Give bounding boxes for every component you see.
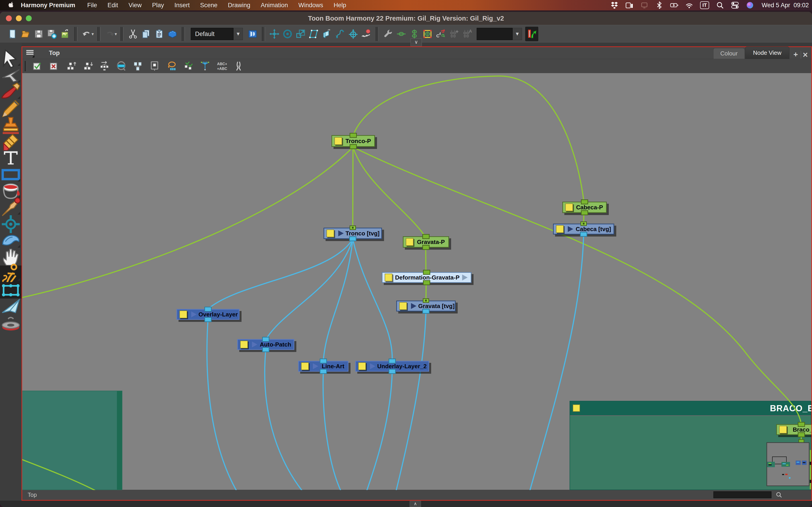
input-port[interactable]: [798, 422, 805, 427]
menu-help[interactable]: Help: [328, 2, 351, 9]
wifi-icon[interactable]: [685, 1, 693, 9]
menu-scene[interactable]: Scene: [195, 2, 223, 9]
cut-button[interactable]: [126, 27, 140, 41]
set-pivot-button[interactable]: [347, 27, 360, 41]
sidecar-icon[interactable]: [625, 1, 633, 9]
node-expand-icon[interactable]: [568, 226, 573, 232]
input-source-icon[interactable]: IT: [700, 1, 709, 9]
node-expand-icon[interactable]: [338, 230, 344, 236]
node-braco-es[interactable]: Braco_Es: [776, 424, 811, 435]
chevron-down-icon[interactable]: ▼: [233, 28, 243, 40]
auto-slider-button[interactable]: A: [460, 27, 473, 41]
output-port[interactable]: [204, 317, 212, 322]
node-thumbnail-toggle[interactable]: [399, 302, 407, 310]
input-port[interactable]: [350, 133, 357, 138]
output-port[interactable]: [262, 347, 269, 352]
input-port[interactable]: [320, 358, 327, 363]
node-thumbnail-toggle[interactable]: [556, 225, 564, 233]
toolbar-collapse-button[interactable]: ∨: [411, 39, 422, 46]
dropbox-icon[interactable]: [610, 1, 618, 9]
translate-button[interactable]: [268, 27, 281, 41]
disable-node-button[interactable]: [48, 60, 61, 72]
save-button[interactable]: [32, 27, 45, 41]
display-icon[interactable]: [640, 1, 648, 9]
ellipse-mode-button[interactable]: [395, 27, 408, 41]
node-thumbnail-toggle[interactable]: [301, 362, 309, 370]
select-bbox-button[interactable]: [421, 27, 434, 41]
node-cabeca-p[interactable]: Cabeca-P: [562, 202, 607, 213]
menu-edit[interactable]: Edit: [102, 2, 123, 9]
composite-nodes-button[interactable]: [132, 60, 145, 72]
prune-nodes-button[interactable]: [232, 60, 245, 72]
input-port[interactable]: [204, 307, 212, 312]
output-port[interactable]: [350, 144, 357, 149]
menubar-clock[interactable]: Wed 5 Apr 09:02: [759, 2, 812, 9]
node-auto-patch[interactable]: Auto-Patch: [237, 339, 294, 350]
node-expand-icon[interactable]: [313, 363, 318, 369]
bluetooth-icon[interactable]: [655, 1, 663, 9]
magnifier-icon[interactable]: [775, 491, 782, 498]
node-deformation-gravata-p[interactable]: Deformation-Gravata-P: [382, 272, 471, 283]
node-expand-icon[interactable]: [191, 312, 197, 317]
input-port[interactable]: [581, 200, 588, 205]
backdrop-color-swatch[interactable]: [573, 404, 580, 412]
node-expand-icon[interactable]: [252, 342, 257, 347]
home-icon[interactable]: [38, 48, 48, 58]
dropdown-caret-icon[interactable]: ▾: [92, 31, 94, 37]
panel-menu-icon[interactable]: [26, 49, 35, 57]
input-port[interactable]: [350, 225, 356, 230]
save-version-button[interactable]: [45, 27, 58, 41]
node-line-art[interactable]: Line-Art: [298, 361, 348, 372]
output-port[interactable]: [422, 309, 429, 314]
siri-icon[interactable]: [746, 1, 754, 9]
output-port[interactable]: [389, 369, 396, 374]
node-thumbnail-toggle[interactable]: [406, 238, 413, 246]
node-underlay-layer-2[interactable]: Underlay-Layer_2: [355, 361, 429, 372]
bottom-expand-button[interactable]: ∧: [410, 501, 421, 507]
rename-nodes-button[interactable]: ABC++ABC: [215, 60, 229, 72]
group-selection-button[interactable]: [165, 60, 178, 72]
input-port[interactable]: [423, 270, 430, 275]
chevron-down-icon[interactable]: ▼: [512, 28, 522, 40]
backdrop-braco-header[interactable]: BRACO_E: [570, 401, 811, 416]
output-port[interactable]: [581, 210, 588, 215]
output-port[interactable]: [798, 432, 805, 437]
move-up-button[interactable]: [64, 60, 78, 72]
workspace-dropdown[interactable]: Default▼: [191, 28, 243, 40]
enable-node-button[interactable]: [31, 60, 44, 72]
select-related-button[interactable]: [115, 60, 128, 72]
menu-insert[interactable]: Insert: [169, 2, 195, 9]
node-search-input[interactable]: [713, 491, 771, 498]
node-tronco-tvg[interactable]: Tronco [tvg]: [323, 228, 382, 239]
node-thumbnail-toggle[interactable]: [335, 137, 342, 145]
battery-icon[interactable]: [670, 1, 678, 9]
node-thumbnail-toggle[interactable]: [358, 362, 366, 370]
node-expand-icon[interactable]: [411, 303, 416, 309]
node-expand-icon[interactable]: [370, 363, 375, 369]
output-port[interactable]: [320, 369, 327, 374]
node-thumbnail-toggle[interactable]: [240, 341, 248, 348]
menu-windows[interactable]: Windows: [293, 2, 328, 9]
move-down-button[interactable]: [81, 60, 94, 72]
node-graph-canvas[interactable]: BRACO_ETronco-PCabeca-PCabeca [tvg]Tronc…: [22, 73, 811, 490]
menu-file[interactable]: File: [82, 2, 102, 9]
output-port[interactable]: [423, 280, 430, 285]
menu-harmony-premium[interactable]: Harmony Premium: [20, 2, 82, 9]
skew-button[interactable]: [307, 27, 320, 41]
input-port[interactable]: [262, 337, 269, 342]
control-center-icon[interactable]: [731, 1, 739, 9]
menu-animation[interactable]: Animation: [256, 2, 293, 9]
key-exposure-button[interactable]: C: [434, 27, 447, 41]
export-image-button[interactable]: [58, 27, 71, 41]
toggle-groups-button[interactable]: [166, 27, 179, 41]
node-thumbnail-toggle[interactable]: [385, 274, 392, 281]
output-port[interactable]: [422, 245, 429, 250]
input-port[interactable]: [580, 221, 587, 226]
input-port[interactable]: [389, 358, 396, 363]
spread-outputs-button[interactable]: [198, 60, 212, 72]
menu-drawing[interactable]: Drawing: [223, 2, 256, 9]
apple-icon[interactable]: [7, 1, 14, 9]
output-port[interactable]: [349, 236, 356, 241]
tool-turntable[interactable]: [0, 315, 21, 332]
tool-presets-button[interactable]: [382, 27, 395, 41]
